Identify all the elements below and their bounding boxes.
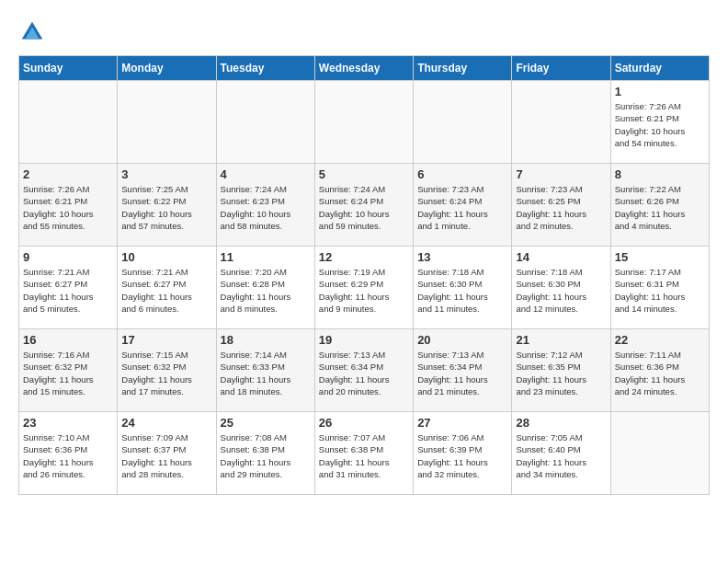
day-number: 26: [319, 416, 409, 430]
day-info: Sunrise: 7:18 AM Sunset: 6:30 PM Dayligh…: [516, 266, 606, 315]
day-number: 7: [516, 167, 606, 181]
calendar-cell: 15Sunrise: 7:17 AM Sunset: 6:31 PM Dayli…: [610, 247, 709, 329]
day-number: 14: [516, 250, 606, 264]
calendar-cell: 27Sunrise: 7:06 AM Sunset: 6:39 PM Dayli…: [414, 412, 512, 495]
page-header: [18, 18, 710, 46]
day-info: Sunrise: 7:15 AM Sunset: 6:32 PM Dayligh…: [121, 349, 211, 397]
calendar-cell: 19Sunrise: 7:13 AM Sunset: 6:34 PM Dayli…: [314, 329, 413, 412]
calendar-table: SundayMondayTuesdayWednesdayThursdayFrid…: [18, 55, 710, 495]
calendar-cell: 16Sunrise: 7:16 AM Sunset: 6:32 PM Dayli…: [19, 329, 118, 412]
day-number: 27: [417, 416, 507, 430]
day-info: Sunrise: 7:16 AM Sunset: 6:32 PM Dayligh…: [23, 349, 113, 397]
day-info: Sunrise: 7:08 AM Sunset: 6:38 PM Dayligh…: [221, 431, 311, 480]
day-number: 16: [23, 333, 113, 347]
day-info: Sunrise: 7:19 AM Sunset: 6:29 PM Dayligh…: [319, 266, 409, 315]
day-number: 12: [319, 250, 409, 264]
weekday-header: Wednesday: [314, 56, 413, 81]
day-info: Sunrise: 7:21 AM Sunset: 6:27 PM Dayligh…: [23, 266, 113, 315]
calendar-cell: 21Sunrise: 7:12 AM Sunset: 6:35 PM Dayli…: [512, 329, 610, 412]
calendar-week-row: 2Sunrise: 7:26 AM Sunset: 6:21 PM Daylig…: [19, 164, 710, 247]
calendar-week-row: 1Sunrise: 7:26 AM Sunset: 6:21 PM Daylig…: [19, 81, 710, 164]
calendar-cell: 22Sunrise: 7:11 AM Sunset: 6:36 PM Dayli…: [610, 329, 709, 412]
day-number: 10: [121, 250, 211, 264]
calendar-cell: 26Sunrise: 7:07 AM Sunset: 6:38 PM Dayli…: [314, 412, 413, 495]
calendar-cell: 25Sunrise: 7:08 AM Sunset: 6:38 PM Dayli…: [216, 412, 314, 495]
day-info: Sunrise: 7:21 AM Sunset: 6:27 PM Dayligh…: [121, 266, 211, 315]
day-info: Sunrise: 7:14 AM Sunset: 6:33 PM Dayligh…: [221, 349, 311, 397]
calendar-cell: 3Sunrise: 7:25 AM Sunset: 6:22 PM Daylig…: [118, 164, 216, 247]
day-number: 3: [121, 167, 211, 181]
calendar-cell: 1Sunrise: 7:26 AM Sunset: 6:21 PM Daylig…: [610, 81, 709, 164]
day-number: 4: [221, 167, 311, 181]
calendar-cell: 20Sunrise: 7:13 AM Sunset: 6:34 PM Dayli…: [414, 329, 512, 412]
day-info: Sunrise: 7:26 AM Sunset: 6:21 PM Dayligh…: [615, 100, 705, 149]
day-info: Sunrise: 7:26 AM Sunset: 6:21 PM Dayligh…: [23, 183, 113, 232]
weekday-header: Monday: [118, 56, 216, 81]
calendar-cell: 28Sunrise: 7:05 AM Sunset: 6:40 PM Dayli…: [512, 412, 610, 495]
calendar-cell: [314, 81, 413, 164]
weekday-header: Thursday: [414, 56, 512, 81]
calendar-cell: 5Sunrise: 7:24 AM Sunset: 6:24 PM Daylig…: [314, 164, 413, 247]
calendar-cell: 4Sunrise: 7:24 AM Sunset: 6:23 PM Daylig…: [216, 164, 314, 247]
day-number: 6: [417, 167, 507, 181]
calendar-cell: 6Sunrise: 7:23 AM Sunset: 6:24 PM Daylig…: [414, 164, 512, 247]
day-info: Sunrise: 7:13 AM Sunset: 6:34 PM Dayligh…: [319, 349, 409, 397]
day-info: Sunrise: 7:22 AM Sunset: 6:26 PM Dayligh…: [615, 183, 705, 232]
day-info: Sunrise: 7:13 AM Sunset: 6:34 PM Dayligh…: [417, 349, 507, 397]
day-info: Sunrise: 7:10 AM Sunset: 6:36 PM Dayligh…: [23, 431, 113, 480]
calendar-cell: [216, 81, 314, 164]
calendar-cell: 23Sunrise: 7:10 AM Sunset: 6:36 PM Dayli…: [19, 412, 118, 495]
day-info: Sunrise: 7:07 AM Sunset: 6:38 PM Dayligh…: [319, 431, 409, 480]
logo: [18, 18, 48, 46]
header-row: SundayMondayTuesdayWednesdayThursdayFrid…: [19, 56, 710, 81]
calendar-cell: 10Sunrise: 7:21 AM Sunset: 6:27 PM Dayli…: [118, 247, 216, 329]
day-number: 20: [417, 333, 507, 347]
day-number: 22: [615, 333, 705, 347]
calendar-cell: 14Sunrise: 7:18 AM Sunset: 6:30 PM Dayli…: [512, 247, 610, 329]
day-info: Sunrise: 7:23 AM Sunset: 6:25 PM Dayligh…: [516, 183, 606, 232]
calendar-cell: 8Sunrise: 7:22 AM Sunset: 6:26 PM Daylig…: [610, 164, 709, 247]
calendar-week-row: 23Sunrise: 7:10 AM Sunset: 6:36 PM Dayli…: [19, 412, 710, 495]
day-number: 24: [121, 416, 211, 430]
day-info: Sunrise: 7:24 AM Sunset: 6:23 PM Dayligh…: [221, 183, 311, 232]
day-info: Sunrise: 7:18 AM Sunset: 6:30 PM Dayligh…: [417, 266, 507, 315]
day-number: 19: [319, 333, 409, 347]
calendar-week-row: 9Sunrise: 7:21 AM Sunset: 6:27 PM Daylig…: [19, 247, 710, 329]
calendar-cell: [414, 81, 512, 164]
day-info: Sunrise: 7:12 AM Sunset: 6:35 PM Dayligh…: [516, 349, 606, 397]
calendar-cell: 11Sunrise: 7:20 AM Sunset: 6:28 PM Dayli…: [216, 247, 314, 329]
weekday-header: Sunday: [19, 56, 118, 81]
day-number: 28: [516, 416, 606, 430]
calendar-cell: [610, 412, 709, 495]
day-info: Sunrise: 7:23 AM Sunset: 6:24 PM Dayligh…: [417, 183, 507, 232]
day-info: Sunrise: 7:06 AM Sunset: 6:39 PM Dayligh…: [417, 431, 507, 480]
calendar-cell: [118, 81, 216, 164]
weekday-header: Saturday: [610, 56, 709, 81]
calendar-cell: [19, 81, 118, 164]
weekday-header: Tuesday: [216, 56, 314, 81]
day-info: Sunrise: 7:20 AM Sunset: 6:28 PM Dayligh…: [221, 266, 311, 315]
calendar-cell: [512, 81, 610, 164]
day-info: Sunrise: 7:11 AM Sunset: 6:36 PM Dayligh…: [615, 349, 705, 397]
day-number: 11: [221, 250, 311, 264]
day-number: 25: [221, 416, 311, 430]
day-number: 8: [615, 167, 705, 181]
calendar-cell: 18Sunrise: 7:14 AM Sunset: 6:33 PM Dayli…: [216, 329, 314, 412]
day-number: 17: [121, 333, 211, 347]
calendar-cell: 2Sunrise: 7:26 AM Sunset: 6:21 PM Daylig…: [19, 164, 118, 247]
calendar-week-row: 16Sunrise: 7:16 AM Sunset: 6:32 PM Dayli…: [19, 329, 710, 412]
calendar-cell: 9Sunrise: 7:21 AM Sunset: 6:27 PM Daylig…: [19, 247, 118, 329]
day-number: 23: [23, 416, 113, 430]
day-number: 5: [319, 167, 409, 181]
day-number: 13: [417, 250, 507, 264]
logo-icon: [18, 18, 46, 46]
day-info: Sunrise: 7:05 AM Sunset: 6:40 PM Dayligh…: [516, 431, 606, 480]
day-info: Sunrise: 7:24 AM Sunset: 6:24 PM Dayligh…: [319, 183, 409, 232]
day-number: 15: [615, 250, 705, 264]
day-number: 9: [23, 250, 113, 264]
day-info: Sunrise: 7:25 AM Sunset: 6:22 PM Dayligh…: [121, 183, 211, 232]
day-number: 21: [516, 333, 606, 347]
calendar-cell: 7Sunrise: 7:23 AM Sunset: 6:25 PM Daylig…: [512, 164, 610, 247]
day-number: 18: [221, 333, 311, 347]
day-info: Sunrise: 7:09 AM Sunset: 6:37 PM Dayligh…: [121, 431, 211, 480]
